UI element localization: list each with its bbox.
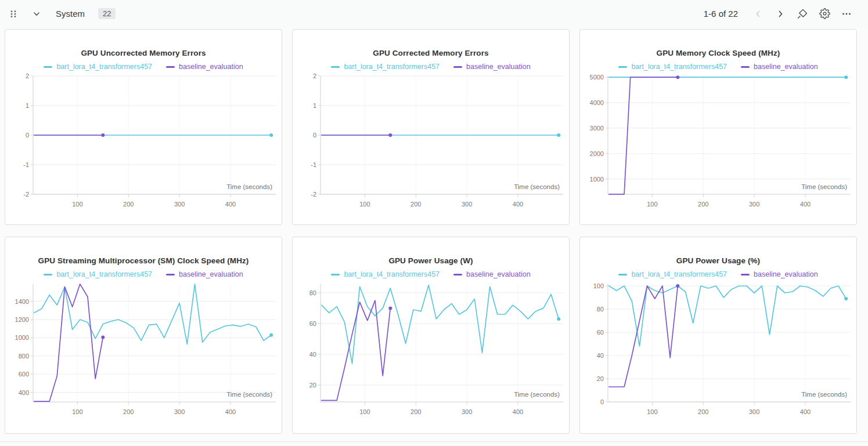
legend-dash-icon [618,274,627,275]
chevron-down-icon[interactable] [29,6,44,21]
chart-legend: bart_lora_t4_transformers457 baseline_ev… [618,63,817,71]
panel-gpu-uncorrected-memory-errors[interactable]: GPU Uncorrected Memory Errors bart_lora_… [5,29,282,225]
panel-gpu-corrected-memory-errors[interactable]: GPU Corrected Memory Errors bart_lora_t4… [292,29,570,225]
section-header: System 22 1-6 of 22 [0,0,868,27]
legend-label: bart_lora_t4_transformers457 [344,270,440,278]
panel-grid-row-1: GPU Uncorrected Memory Errors bart_lora_… [0,27,868,225]
svg-text:400: 400 [800,201,811,208]
legend-dash-icon [166,274,175,275]
svg-text:400: 400 [225,201,236,208]
legend-label: bart_lora_t4_transformers457 [631,63,727,71]
legend-dash-icon [453,274,462,275]
line-chart-canvas[interactable]: 100200300400210-1-2Time (seconds) [296,72,566,219]
svg-text:1: 1 [313,102,316,109]
legend-label: baseline_evaluation [179,270,243,278]
legend-dash-icon [453,66,462,68]
chart-legend: bart_lora_t4_transformers457 baseline_ev… [331,270,530,278]
svg-text:20: 20 [309,382,316,389]
legend-dash-icon [44,66,52,68]
line-chart-canvas[interactable]: 10020030040010002000300040005000Time (se… [584,72,853,219]
chart-title: GPU Memory Clock Speed (MHz) [657,49,780,57]
svg-text:300: 300 [462,408,472,415]
legend-label: baseline_evaluation [754,270,818,278]
chevron-right-icon[interactable] [773,6,788,21]
svg-text:200: 200 [123,201,134,208]
legend-item: bart_lora_t4_transformers457 [331,270,440,278]
legend-item: baseline_evaluation [453,270,531,278]
svg-text:200: 200 [410,201,421,208]
svg-text:Time (seconds): Time (seconds) [226,183,272,190]
svg-text:1400: 1400 [15,298,29,305]
panel-gpu-sm-clock-speed[interactable]: GPU Streaming Multiprocessor (SM) Clock … [5,237,282,434]
gear-icon[interactable] [817,6,832,21]
panel-gpu-power-usage-w[interactable]: GPU Power Usage (W) bart_lora_t4_transfo… [292,237,570,434]
legend-dash-icon [618,66,627,68]
svg-text:200: 200 [698,408,708,415]
legend-item: baseline_evaluation [741,270,818,278]
svg-text:-2: -2 [23,191,29,198]
line-chart-canvas[interactable]: 10020030040020406080Time (seconds) [296,280,566,426]
svg-text:4000: 4000 [590,99,604,106]
svg-text:20: 20 [597,375,604,382]
chart-title: GPU Corrected Memory Errors [373,49,488,57]
svg-text:Time (seconds): Time (seconds) [801,183,847,190]
svg-text:100: 100 [72,408,82,415]
ellipsis-icon[interactable] [839,6,854,21]
svg-text:Time (seconds): Time (seconds) [514,391,560,398]
panel-gpu-power-usage-pct[interactable]: GPU Power Usage (%) bart_lora_t4_transfo… [579,237,857,434]
pin-icon[interactable] [795,6,810,21]
svg-text:80: 80 [597,306,604,313]
legend-dash-icon [741,274,750,275]
legend-item: bart_lora_t4_transformers457 [331,63,440,71]
svg-text:200: 200 [123,408,134,415]
line-chart-canvas[interactable]: 100200300400400600800100012001400Time (s… [9,280,278,426]
svg-text:0: 0 [26,132,29,139]
legend-dash-icon [741,66,750,68]
chart-legend: bart_lora_t4_transformers457 baseline_ev… [44,63,243,71]
panel-gpu-memory-clock-speed[interactable]: GPU Memory Clock Speed (MHz) bart_lora_t… [579,29,857,225]
svg-text:3000: 3000 [590,125,604,132]
section-divider [0,441,868,442]
section-title: System [56,9,85,19]
chevron-left-icon[interactable] [751,6,766,21]
chart-title: GPU Power Usage (%) [676,256,760,265]
svg-text:Time (seconds): Time (seconds) [226,391,272,398]
legend-item: bart_lora_t4_transformers457 [618,63,727,71]
svg-text:400: 400 [513,201,523,208]
svg-text:300: 300 [462,201,472,208]
chart-legend: bart_lora_t4_transformers457 baseline_ev… [618,270,817,278]
chart-title: GPU Uncorrected Memory Errors [81,49,206,57]
legend-item: bart_lora_t4_transformers457 [618,270,727,278]
svg-text:1: 1 [26,102,29,109]
svg-text:80: 80 [309,289,316,296]
svg-text:1000: 1000 [590,176,604,183]
svg-text:100: 100 [647,408,657,415]
legend-label: bart_lora_t4_transformers457 [56,63,152,71]
chart-legend: bart_lora_t4_transformers457 baseline_ev… [331,63,530,71]
svg-text:-1: -1 [311,161,316,168]
svg-text:1000: 1000 [15,334,29,341]
svg-text:40: 40 [597,352,604,359]
legend-dash-icon [166,66,175,68]
legend-item: bart_lora_t4_transformers457 [44,270,152,278]
svg-text:300: 300 [749,408,759,415]
line-chart-canvas[interactable]: 100200300400210-1-2Time (seconds) [9,72,278,219]
svg-text:2: 2 [26,72,29,79]
svg-text:200: 200 [698,201,708,208]
legend-label: bart_lora_t4_transformers457 [631,270,727,278]
legend-label: bart_lora_t4_transformers457 [344,63,440,71]
svg-text:40: 40 [309,351,316,358]
legend-item: baseline_evaluation [453,63,531,71]
svg-text:1200: 1200 [15,316,29,323]
legend-item: baseline_evaluation [741,63,818,71]
svg-text:200: 200 [410,408,421,415]
chart-title: GPU Streaming Multiprocessor (SM) Clock … [38,256,249,265]
svg-text:-1: -1 [23,161,29,168]
legend-item: baseline_evaluation [166,63,243,71]
line-chart-canvas[interactable]: 100200300400020406080100Time (seconds) [584,280,853,426]
svg-text:60: 60 [309,320,316,327]
legend-label: baseline_evaluation [754,63,818,71]
drag-handle-icon[interactable] [6,6,21,21]
svg-text:100: 100 [647,201,657,208]
legend-dash-icon [331,66,340,68]
